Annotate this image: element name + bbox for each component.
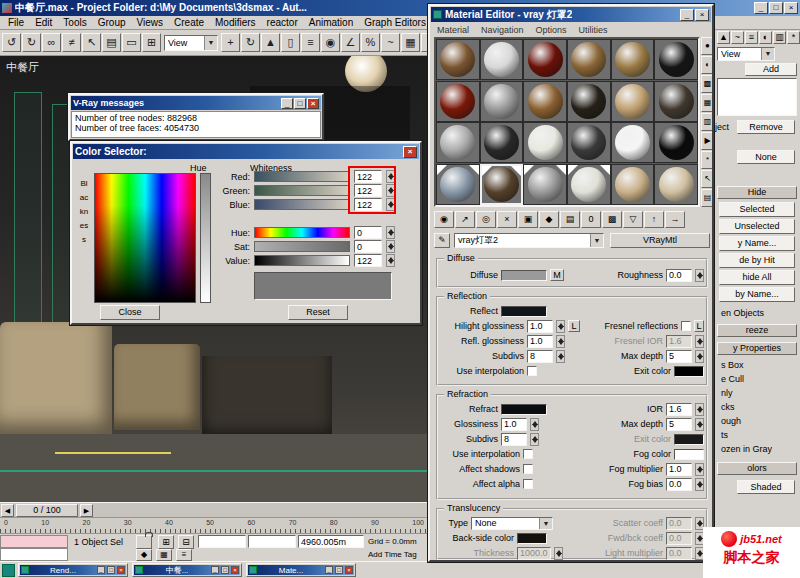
spinner[interactable]	[695, 269, 704, 282]
menu-create[interactable]: Create	[169, 16, 209, 29]
glossiness-field[interactable]: 1.0	[501, 418, 527, 431]
sample-type-icon[interactable]: ●	[701, 37, 714, 55]
minimize-button[interactable]: _	[281, 98, 293, 109]
tab-create-icon[interactable]: ▲	[717, 31, 730, 44]
spinner[interactable]	[530, 433, 539, 446]
link-icon[interactable]: ∞	[42, 33, 61, 52]
chevron-down-icon[interactable]: ▼	[590, 234, 603, 247]
backlight-icon[interactable]: ◐	[701, 56, 714, 74]
render-setup-icon[interactable]: ▦	[401, 33, 420, 52]
tab-utilities-icon[interactable]: *	[787, 31, 800, 44]
percent-snap-icon[interactable]: %	[361, 33, 380, 52]
thickness-field[interactable]: 1000.0	[517, 547, 551, 560]
taskbar-item[interactable]: Mate..._□×	[246, 563, 356, 577]
spinner[interactable]	[556, 350, 565, 363]
select-by-material-icon[interactable]: ↖	[701, 170, 714, 188]
coord-y-field[interactable]	[248, 535, 296, 548]
see-through-label[interactable]: ough	[721, 416, 741, 426]
vertex-ticks-label[interactable]: cks	[721, 402, 735, 412]
menu-views[interactable]: Views	[132, 16, 169, 29]
minimize-button[interactable]: _	[680, 9, 694, 21]
sample-slot[interactable]	[567, 164, 611, 205]
snaps-icon[interactable]: ◉	[321, 33, 340, 52]
backface-cull-label[interactable]: e Cull	[721, 374, 744, 384]
sample-slot[interactable]	[436, 122, 480, 163]
sample-slot[interactable]	[611, 122, 655, 163]
sample-slot[interactable]	[567, 81, 611, 122]
fresnel-reflections-checkbox[interactable]	[681, 321, 691, 331]
maximize-icon[interactable]: □	[335, 566, 343, 574]
video-color-check-icon[interactable]: ▥	[701, 113, 714, 131]
dope-sheet-icon[interactable]: ≡	[176, 549, 192, 561]
grid-toggle-icon[interactable]: ▦	[156, 549, 172, 561]
display-properties-header[interactable]: y Properties	[717, 342, 797, 355]
spinner[interactable]	[695, 418, 704, 431]
exit-color-swatch[interactable]	[674, 366, 704, 377]
close-button[interactable]: ×	[784, 2, 798, 14]
sample-slot[interactable]	[567, 39, 611, 80]
close-dialog-button[interactable]: Close	[100, 305, 160, 320]
close-button[interactable]: ×	[307, 98, 319, 109]
tab-modify-icon[interactable]: ~	[731, 31, 744, 44]
material-type-button[interactable]: VRayMtl	[610, 233, 710, 248]
taskbar-start-icon[interactable]	[2, 564, 15, 577]
sample-slot[interactable]	[480, 81, 524, 122]
go-forward-icon[interactable]: →	[665, 211, 685, 228]
reflect-color-swatch[interactable]	[501, 306, 547, 317]
unlink-icon[interactable]: ≠	[62, 33, 81, 52]
make-copy-icon[interactable]: ▣	[518, 211, 538, 228]
chevron-down-icon[interactable]: ▼	[761, 48, 774, 60]
menu-modifiers[interactable]: Modifiers	[210, 16, 261, 29]
spinner[interactable]	[556, 335, 565, 348]
chevron-down-icon[interactable]: ▼	[204, 36, 217, 50]
refract-color-swatch[interactable]	[501, 404, 547, 415]
redo-icon[interactable]: ↻	[22, 33, 41, 52]
sample-tiling-icon[interactable]: ▦	[701, 94, 714, 112]
sample-slot[interactable]	[523, 81, 567, 122]
material-navigator-icon[interactable]: ▤	[701, 189, 714, 207]
add-time-tag[interactable]: Add Time Tag	[368, 550, 417, 559]
max-depth-field[interactable]: 5	[666, 418, 692, 431]
spinner[interactable]	[530, 418, 539, 431]
fresnel-lock-button[interactable]: L	[694, 320, 704, 332]
angle-snap-icon[interactable]: ∠	[341, 33, 360, 52]
unhide-by-name-button[interactable]: by Name...	[719, 287, 795, 302]
spinner[interactable]	[554, 547, 563, 560]
make-unique-icon[interactable]: ◆	[539, 211, 559, 228]
use-interpolation-checkbox[interactable]	[523, 449, 533, 459]
red-slider[interactable]	[254, 171, 350, 182]
maximize-button[interactable]: □	[294, 98, 306, 109]
rotate-icon[interactable]: ↻	[241, 33, 260, 52]
taskbar-item[interactable]: 中餐..._□×	[132, 563, 242, 577]
whiteness-strip[interactable]	[200, 173, 211, 303]
green-slider[interactable]	[254, 185, 350, 196]
add-button[interactable]: Add	[745, 63, 797, 76]
align-icon[interactable]: ≡	[301, 33, 320, 52]
time-slider-handle[interactable]: 0 / 100	[16, 504, 78, 517]
menu-group[interactable]: Group	[93, 16, 131, 29]
hide-by-name-button[interactable]: y Name...	[719, 236, 795, 251]
menu-animation[interactable]: Animation	[304, 16, 358, 29]
curve-editor-icon[interactable]: ~	[381, 33, 400, 52]
tab-hierarchy-icon[interactable]: ≡	[745, 31, 758, 44]
sample-slot[interactable]	[654, 81, 698, 122]
maxscript-listener-white[interactable]	[0, 548, 68, 561]
fog-color-swatch[interactable]	[674, 449, 704, 460]
maximize-button[interactable]: □	[769, 2, 783, 14]
assign-material-icon[interactable]: ◎	[476, 211, 496, 228]
maximize-icon[interactable]: □	[221, 566, 229, 574]
close-button[interactable]: ×	[403, 146, 417, 158]
menu-graph-editors[interactable]: Graph Editors	[359, 16, 431, 29]
menu-material[interactable]: Material	[432, 24, 474, 36]
tab-display-icon[interactable]: ▥	[773, 31, 786, 44]
sample-slot[interactable]	[611, 81, 655, 122]
sample-slot[interactable]	[523, 39, 567, 80]
show-end-result-icon[interactable]: ▽	[623, 211, 643, 228]
sample-slot[interactable]	[611, 164, 655, 205]
spinner[interactable]	[695, 335, 704, 348]
spinner[interactable]	[695, 478, 704, 491]
go-to-parent-icon[interactable]: ↑	[644, 211, 664, 228]
fwd-bck-coeff-field[interactable]: 0.0	[666, 532, 692, 545]
minimize-icon[interactable]: _	[211, 566, 219, 574]
mirror-icon[interactable]: ▯	[281, 33, 300, 52]
